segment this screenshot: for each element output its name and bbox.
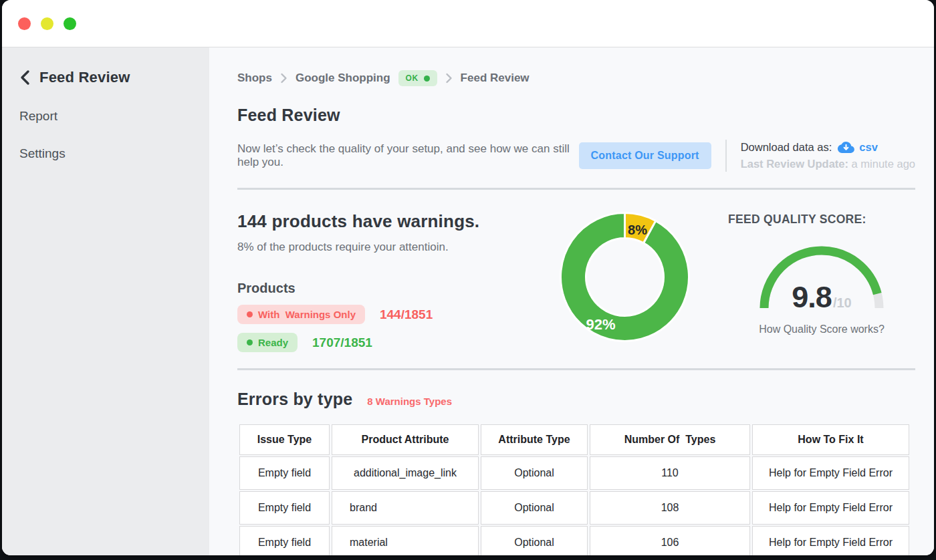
legend-row-warnings: With Warnings Only 144/1851: [237, 305, 550, 324]
cell-number-of-types: 110: [590, 456, 750, 490]
quality-score-gauge: 9.8 /10: [755, 241, 889, 315]
donut-label-ready: 92%: [586, 316, 615, 333]
cell-how-to-fix-link[interactable]: Help for Empty Field Error: [752, 491, 909, 525]
warnings-types-badge: 8 Warnings Types: [367, 396, 452, 407]
ready-pill: Ready: [237, 333, 298, 352]
csv-download-link[interactable]: csv: [837, 140, 878, 155]
traffic-light-zoom-button[interactable]: [64, 17, 76, 30]
sidebar-title: Feed Review: [39, 69, 130, 86]
ready-count: 1707/1851: [312, 335, 372, 350]
table-header-row: Issue Type Product Attribute Attribute T…: [239, 424, 909, 455]
products-donut-chart: 8% 92%: [556, 208, 693, 348]
cell-product-attribute: additional_image_link: [332, 456, 479, 490]
chevron-right-icon: [445, 73, 453, 84]
download-block: Download data as: csv Last Review Update…: [741, 140, 915, 172]
status-badge-ok: OK: [398, 70, 437, 86]
window-titlebar: [2, 0, 934, 47]
warnings-pill-label: With Warnings Only: [258, 309, 356, 320]
page-title: Feed Review: [237, 106, 915, 125]
cell-number-of-types: 108: [590, 491, 750, 525]
warnings-dot-icon: [247, 311, 253, 317]
breadcrumb-feed-review: Feed Review: [461, 72, 530, 85]
sidebar-item-report[interactable]: Report: [19, 109, 209, 124]
col-header-how-to-fix: How To Fix It: [752, 424, 909, 455]
cell-how-to-fix-link[interactable]: Help for Empty Field Error: [752, 526, 909, 555]
col-header-issue-type: Issue Type: [239, 424, 330, 455]
quality-score-panel: FEED QUALITY SCORE: 9.8 /10 How Quality …: [728, 208, 915, 335]
cell-product-attribute: material: [332, 526, 479, 555]
warnings-count: 144/1851: [380, 307, 433, 322]
last-update-value: a minute ago: [852, 158, 915, 170]
legend-row-ready: Ready 1707/1851: [237, 333, 550, 352]
quality-score-title: FEED QUALITY SCORE:: [728, 213, 866, 227]
quality-score-max: /10: [833, 295, 852, 311]
quality-score-value: 9.8: [792, 280, 832, 315]
ready-pill-label: Ready: [258, 337, 288, 348]
cell-number-of-types: 106: [590, 526, 750, 555]
errors-section-title: Errors by type: [237, 390, 352, 409]
table-row: Empty field additional_image_link Option…: [239, 456, 909, 490]
status-badge-label: OK: [406, 74, 419, 83]
table-row: Empty field brand Optional 108 Help for …: [239, 491, 909, 525]
main-content: Shops Google Shopping OK Feed Review Fee…: [209, 47, 934, 555]
cell-attribute-type: Optional: [481, 526, 588, 555]
sidebar: Feed Review Report Settings: [2, 47, 209, 555]
col-header-attribute-type: Attribute Type: [481, 424, 588, 455]
cell-issue-type: Empty field: [239, 526, 330, 555]
breadcrumb-shops[interactable]: Shops: [237, 72, 272, 85]
cell-how-to-fix-link[interactable]: Help for Empty Field Error: [752, 456, 909, 490]
page-subtitle: Now let’s check the quality of your setu…: [237, 142, 579, 169]
app-window: Feed Review Report Settings Shops Google…: [2, 0, 934, 555]
cell-product-attribute: brand: [332, 491, 479, 525]
vertical-divider: [725, 140, 727, 172]
csv-label: csv: [859, 140, 878, 155]
traffic-light-close-button[interactable]: [18, 17, 31, 30]
traffic-light-minimize-button[interactable]: [41, 17, 53, 30]
download-label: Download data as:: [741, 140, 832, 155]
col-header-product-attribute: Product Attribute: [332, 424, 479, 455]
warnings-headline: 144 products have warnings.: [237, 211, 550, 232]
sidebar-item-settings[interactable]: Settings: [19, 146, 209, 161]
last-update-label: Last Review Update:: [741, 158, 848, 170]
errors-table: Issue Type Product Attribute Attribute T…: [237, 423, 911, 555]
warnings-subtext: 8% of the products require your attentio…: [237, 241, 550, 254]
breadcrumb: Shops Google Shopping OK Feed Review: [237, 70, 915, 86]
breadcrumb-google-shopping[interactable]: Google Shopping: [296, 72, 390, 85]
cell-issue-type: Empty field: [239, 491, 330, 525]
quality-score-help-link[interactable]: How Quality Score works?: [759, 323, 885, 335]
section-divider: [237, 368, 915, 370]
warnings-section: 144 products have warnings. 8% of the pr…: [237, 208, 915, 352]
products-label: Products: [237, 281, 550, 296]
contact-support-button[interactable]: Contact Our Support: [579, 142, 711, 169]
chevron-right-icon: [280, 73, 287, 84]
back-chevron-icon[interactable]: [19, 69, 30, 86]
cell-issue-type: Empty field: [239, 456, 330, 490]
warnings-pill: With Warnings Only: [237, 305, 365, 324]
cell-attribute-type: Optional: [481, 491, 588, 525]
section-divider: [237, 188, 915, 190]
donut-label-warnings: 8%: [628, 223, 647, 237]
table-row: Empty field material Optional 106 Help f…: [239, 526, 909, 555]
cell-attribute-type: Optional: [481, 456, 588, 490]
status-dot-icon: [424, 76, 430, 82]
cloud-download-icon: [837, 141, 855, 154]
ready-dot-icon: [247, 339, 253, 345]
sidebar-back-header[interactable]: Feed Review: [19, 69, 209, 86]
col-header-number-of-types: Number Of Types: [590, 424, 750, 455]
